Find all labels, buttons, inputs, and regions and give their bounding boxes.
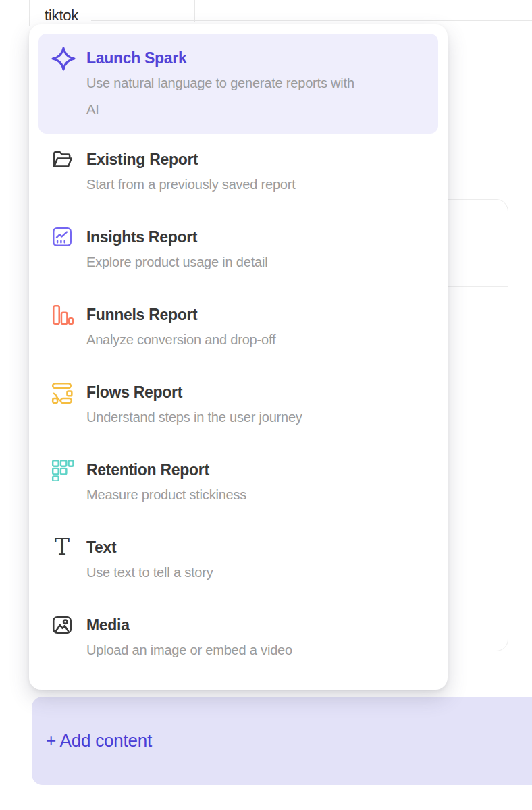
menu-item-desc: Explore product usage in detail bbox=[86, 249, 426, 275]
menu-item-desc: Start from a previously saved report bbox=[86, 171, 426, 198]
add-content-label: + Add content bbox=[46, 730, 152, 751]
menu-item-media[interactable]: Media Upload an image or embed a video bbox=[38, 601, 438, 678]
page: { "background": { "partial_row_label": "… bbox=[0, 0, 532, 810]
menu-item-funnels-report[interactable]: Funnels Report Analyze conversion and dr… bbox=[38, 290, 438, 368]
folder-open-icon bbox=[51, 148, 74, 171]
retention-grid-icon bbox=[51, 458, 74, 481]
menu-item-title: Existing Report bbox=[86, 148, 426, 170]
menu-item-retention-report[interactable]: Retention Report Measure product stickin… bbox=[38, 446, 438, 523]
spark-icon bbox=[51, 47, 76, 70]
menu-item-existing-report[interactable]: Existing Report Start from a previously … bbox=[38, 135, 438, 213]
menu-item-title: Flows Report bbox=[86, 381, 426, 403]
menu-item-title: Launch Spark bbox=[86, 47, 426, 69]
funnel-bars-icon bbox=[51, 303, 74, 326]
menu-item-insights-report[interactable]: Insights Report Explore product usage in… bbox=[38, 213, 438, 290]
menu-item-desc: Measure product stickiness bbox=[86, 482, 426, 508]
media-image-icon bbox=[51, 614, 74, 637]
menu-item-desc: Use text to tell a story bbox=[86, 560, 426, 586]
bg-gridline-vertical bbox=[194, 0, 195, 22]
menu-item-desc-line2: AI bbox=[86, 97, 426, 123]
menu-item-launch-spark[interactable]: Launch Spark Use natural language to gen… bbox=[38, 34, 438, 134]
insights-chart-icon bbox=[51, 225, 74, 248]
text-icon-glyph: T bbox=[55, 536, 70, 559]
menu-item-desc: Use natural language to generate reports… bbox=[86, 70, 426, 97]
text-icon: T bbox=[51, 536, 74, 559]
menu-item-desc: Upload an image or embed a video bbox=[86, 637, 426, 664]
background-row-label: tiktok bbox=[45, 7, 78, 24]
menu-item-desc: Understand steps in the user journey bbox=[86, 404, 426, 431]
bg-gridline-vertical bbox=[29, 0, 30, 26]
add-content-button[interactable]: + Add content bbox=[32, 697, 532, 785]
menu-item-text[interactable]: T Text Use text to tell a story bbox=[38, 523, 438, 601]
bg-gridline-horizontal bbox=[91, 20, 532, 21]
menu-item-flows-report[interactable]: Flows Report Understand steps in the use… bbox=[38, 368, 438, 446]
menu-item-title: Text bbox=[86, 537, 426, 558]
menu-item-title: Media bbox=[86, 614, 426, 636]
menu-item-title: Insights Report bbox=[86, 226, 426, 248]
menu-item-title: Funnels Report bbox=[86, 304, 426, 325]
bg-gridline-horizontal bbox=[448, 90, 532, 90]
menu-item-title: Retention Report bbox=[86, 459, 426, 481]
flows-icon bbox=[51, 381, 74, 404]
add-content-menu: Launch Spark Use natural language to gen… bbox=[29, 24, 448, 690]
menu-item-desc: Analyze conversion and drop-off bbox=[86, 327, 426, 353]
